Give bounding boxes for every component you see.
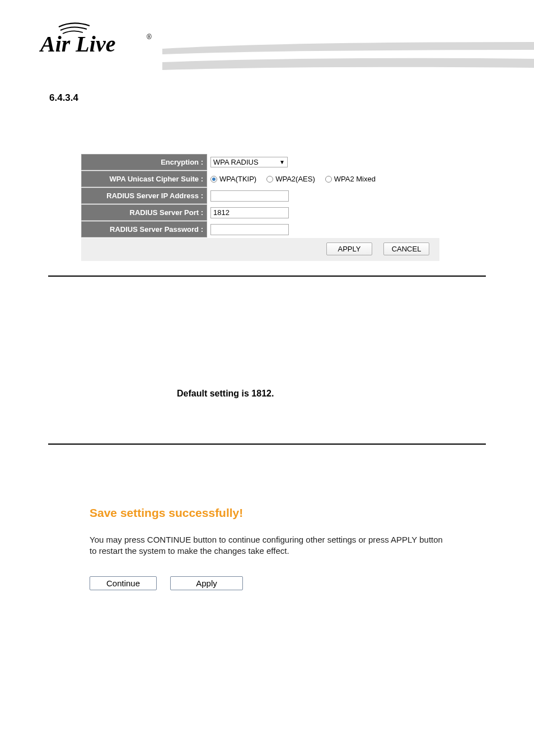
radio-label: WPA2(AES) — [275, 175, 315, 183]
row-port: RADIUS Server Port : 1812 — [81, 204, 439, 221]
header-swoosh — [162, 42, 534, 73]
radio-label: WPA(TKIP) — [219, 175, 256, 183]
label-port: RADIUS Server Port : — [81, 204, 207, 221]
cancel-button[interactable]: CANCEL — [383, 242, 429, 255]
svg-text:Air Live: Air Live — [39, 31, 115, 57]
radio-wpa2-mixed[interactable]: WPA2 Mixed — [325, 175, 376, 183]
default-note: Default setting is 1812. — [177, 389, 534, 399]
value-cipher: WPA(TKIP) WPA2(AES) WPA2 Mixed — [207, 171, 439, 187]
section-number: 6.4.3.4 — [49, 92, 534, 104]
row-encryption: Encryption : WPA RADIUS ▼ — [81, 154, 439, 171]
apply-button-2[interactable]: Apply — [170, 576, 243, 590]
value-encryption: WPA RADIUS ▼ — [207, 154, 439, 170]
brand-logo: Air Live ® — [39, 17, 157, 59]
row-ip: RADIUS Server IP Address : — [81, 188, 439, 204]
continue-button[interactable]: Continue — [90, 576, 157, 590]
svg-text:®: ® — [147, 33, 152, 41]
row-password: RADIUS Server Password : — [81, 221, 439, 238]
save-button-row: Continue Apply — [90, 576, 448, 590]
label-encryption: Encryption : — [81, 154, 207, 170]
label-ip: RADIUS Server IP Address : — [81, 188, 207, 204]
save-confirm-block: Save settings successfully! You may pres… — [90, 506, 448, 590]
save-title: Save settings successfully! — [90, 506, 448, 520]
radio-icon — [266, 176, 273, 183]
encryption-select[interactable]: WPA RADIUS ▼ — [210, 157, 288, 167]
row-cipher: WPA Unicast Cipher Suite : WPA(TKIP) WPA… — [81, 171, 439, 188]
chevron-down-icon: ▼ — [279, 159, 285, 165]
divider — [48, 276, 486, 277]
label-password: RADIUS Server Password : — [81, 221, 207, 237]
save-text: You may press CONTINUE button to continu… — [90, 534, 448, 557]
ip-input[interactable] — [210, 190, 289, 202]
label-cipher: WPA Unicast Cipher Suite : — [81, 171, 207, 187]
radio-wpa2-aes[interactable]: WPA2(AES) — [266, 175, 315, 183]
value-ip — [207, 188, 439, 204]
value-password — [207, 221, 439, 237]
cipher-radio-group: WPA(TKIP) WPA2(AES) WPA2 Mixed — [210, 175, 376, 183]
page-header: Air Live ® — [0, 0, 534, 78]
port-input[interactable]: 1812 — [210, 207, 289, 218]
radio-wpa-tkip[interactable]: WPA(TKIP) — [210, 175, 256, 183]
radio-icon — [210, 176, 217, 183]
form-button-row: APPLY CANCEL — [81, 238, 439, 258]
value-port: 1812 — [207, 204, 439, 221]
apply-button[interactable]: APPLY — [326, 242, 372, 255]
encryption-select-value: WPA RADIUS — [213, 158, 259, 166]
settings-form: Encryption : WPA RADIUS ▼ WPA Unicast Ci… — [81, 154, 439, 261]
divider — [48, 444, 486, 445]
radio-icon — [325, 176, 332, 183]
radio-label: WPA2 Mixed — [334, 175, 376, 183]
password-input[interactable] — [210, 224, 289, 235]
